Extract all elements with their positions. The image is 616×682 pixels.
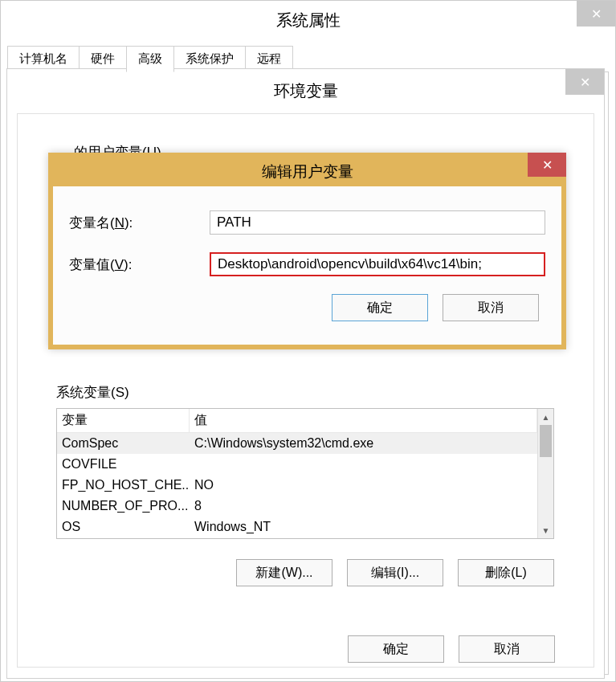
close-button-env[interactable]: ✕: [565, 69, 604, 95]
close-icon: ✕: [542, 157, 553, 173]
table-inner: 变量 值 ComSpec C:\Windows\system32\cmd.exe…: [57, 409, 537, 538]
cell-val: 8: [190, 497, 537, 515]
edit-title: 编辑用户变量: [262, 161, 353, 182]
th-value[interactable]: 值: [190, 409, 537, 432]
scroll-down-icon[interactable]: ▼: [538, 522, 553, 538]
label-post: ):: [124, 215, 133, 231]
label-post: ):: [124, 257, 132, 272]
scrollbar[interactable]: ▲ ▼: [537, 409, 553, 538]
cell-var: OS: [57, 518, 190, 536]
close-icon: ✕: [591, 6, 602, 22]
cell-val: NO: [190, 476, 537, 494]
ok-button[interactable]: 确定: [332, 294, 428, 321]
close-button-edit[interactable]: ✕: [528, 153, 566, 177]
table-row[interactable]: NUMBER_OF_PRO... 8: [57, 496, 537, 517]
cell-val: C:\Windows\system32\cmd.exe: [190, 435, 537, 452]
cell-val: Windows_NT: [190, 518, 537, 536]
cell-val: [190, 463, 537, 466]
system-vars-label: 系统变量(S): [56, 383, 554, 402]
label-pre: 变量值(: [69, 257, 115, 272]
table-row[interactable]: ComSpec C:\Windows\system32\cmd.exe: [57, 433, 537, 454]
table-row[interactable]: FP_NO_HOST_CHE... NO: [57, 475, 537, 496]
main-title-bar: 系统属性 ✕: [1, 1, 615, 39]
edit-title-bar: 编辑用户变量 ✕: [53, 157, 561, 186]
env-bottom-buttons: 确定 取消: [348, 635, 555, 663]
close-button-main[interactable]: ✕: [577, 1, 615, 27]
var-name-row: 变量名(N):: [69, 210, 545, 235]
edit-button[interactable]: 编辑(I)...: [347, 559, 443, 586]
label-pre: 变量名(: [69, 215, 115, 231]
delete-button[interactable]: 删除(L): [458, 559, 554, 586]
new-button[interactable]: 新建(W)...: [236, 559, 332, 586]
label-underline: N: [115, 215, 124, 231]
var-name-input[interactable]: [210, 210, 545, 235]
cell-var: ComSpec: [57, 435, 190, 452]
cancel-button[interactable]: 取消: [443, 294, 539, 321]
table-row[interactable]: OS Windows_NT: [57, 517, 537, 537]
var-value-label: 变量值(V):: [69, 255, 210, 274]
close-icon: ✕: [580, 75, 590, 90]
edit-buttons: 确定 取消: [69, 294, 545, 321]
scroll-up-icon[interactable]: ▲: [538, 409, 553, 425]
cell-var: NUMBER_OF_PRO...: [57, 497, 190, 515]
scroll-thumb[interactable]: [540, 425, 552, 457]
var-name-label: 变量名(N):: [69, 214, 210, 232]
table-body: ComSpec C:\Windows\system32\cmd.exe COVF…: [57, 433, 537, 537]
label-underline: V: [115, 257, 124, 272]
cancel-button[interactable]: 取消: [459, 635, 555, 663]
main-title: 系统属性: [276, 10, 341, 31]
var-value-row: 变量值(V):: [69, 252, 545, 276]
ok-button[interactable]: 确定: [348, 635, 444, 663]
env-title: 环境变量: [274, 80, 338, 102]
system-vars-group: 系统变量(S) 变量 值 ComSpec C:\Windows\system32…: [56, 383, 554, 586]
table-header: 变量 值: [57, 409, 537, 433]
edit-body: 变量名(N): 变量值(V): 确定 取消: [53, 186, 561, 333]
system-vars-table[interactable]: 变量 值 ComSpec C:\Windows\system32\cmd.exe…: [56, 408, 554, 539]
sysvars-buttons: 新建(W)... 编辑(I)... 删除(L): [56, 559, 554, 586]
cell-var: COVFILE: [57, 455, 190, 473]
cell-var: FP_NO_HOST_CHE...: [57, 476, 190, 494]
env-title-bar: 环境变量 ✕: [7, 69, 604, 113]
var-value-input[interactable]: [210, 252, 545, 276]
table-row[interactable]: COVFILE: [57, 454, 537, 475]
edit-user-var-dialog: 编辑用户变量 ✕ 变量名(N): 变量值(V): 确定 取消: [48, 153, 566, 349]
tab-advanced[interactable]: 高级: [126, 46, 174, 72]
th-variable[interactable]: 变量: [57, 409, 190, 432]
